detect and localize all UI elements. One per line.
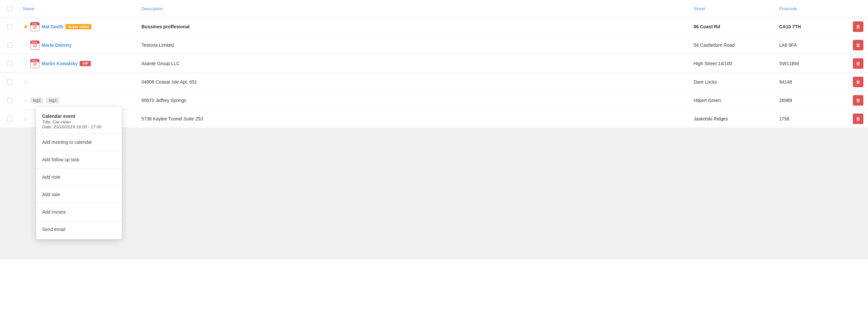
- action-cell: 🗑: [848, 37, 868, 53]
- star-icon[interactable]: ☆: [23, 41, 28, 49]
- street-value: Hilpert Green: [693, 98, 721, 103]
- header-name: Name: [20, 3, 138, 14]
- popup-item-send-email[interactable]: Send email: [36, 223, 122, 235]
- popup-divider: [36, 186, 122, 186]
- postcode-cell: 94148: [776, 77, 848, 87]
- row-checkbox-cell: [0, 40, 20, 50]
- street-value: High Street 14/100: [693, 61, 732, 66]
- select-all-checkbox[interactable]: [7, 6, 12, 11]
- name-cell: ☆ tag2 tag3: [20, 94, 138, 106]
- street-cell: Hilpert Green: [690, 95, 776, 105]
- row-checkbox-cell: [0, 77, 20, 87]
- action-cell: 🗑: [848, 92, 868, 108]
- description-cell: 5738 Kaylee Tunnel Suite 253: [138, 114, 690, 124]
- header-checkbox-cell: [0, 3, 20, 14]
- delete-button[interactable]: 🗑: [853, 40, 863, 50]
- postcode-cell: CA10 7TH: [776, 21, 848, 32]
- description-cell: 04808 Ceasar Isle Apt. 651: [138, 77, 690, 87]
- street-cell: High Street 14/100: [690, 58, 776, 69]
- popup-item-add-sale[interactable]: Add sale: [36, 188, 122, 201]
- delete-button[interactable]: 🗑: [853, 95, 863, 105]
- star-icon[interactable]: ☆: [23, 60, 28, 67]
- star-icon[interactable]: ☆: [23, 97, 28, 104]
- postcode-cell: 26989: [776, 95, 848, 105]
- context-menu-popup: Calendar event Title: Car clean Date: 23…: [36, 107, 122, 239]
- calendar-badge[interactable]: CAL 23: [30, 59, 39, 68]
- description-cell: Asante Group LLC: [138, 58, 690, 69]
- popup-header: Calendar event Title: Car clean Date: 23…: [36, 111, 122, 131]
- action-cell: 🗑: [848, 19, 868, 35]
- popup-event-title-value: Car clean: [53, 119, 71, 124]
- delete-button[interactable]: 🗑: [853, 21, 863, 32]
- star-icon[interactable]: ☆: [23, 78, 28, 86]
- popup-item-add-meeting[interactable]: Add meeting to calendar: [36, 136, 122, 148]
- header-postcode: Postcode: [776, 3, 848, 14]
- client-name[interactable]: Martin Kowalsky: [41, 61, 78, 66]
- popup-divider: [36, 168, 122, 169]
- client-badge: Super client: [65, 24, 91, 29]
- table-row: ☆ CAL 23 Marta Daimny Testoria Limited 5…: [0, 36, 868, 54]
- description-cell: Bussines proffesional: [138, 21, 690, 32]
- delete-button[interactable]: 🗑: [853, 114, 863, 124]
- table-row: ☆ CAL 23 Martin Kowalsky VIP Asante Grou…: [0, 54, 868, 73]
- popup-divider: [36, 133, 122, 133]
- name-cell: ☆: [20, 76, 138, 88]
- name-cell: ★ CAL 22 Mat Smith Super client: [20, 20, 138, 34]
- description-value: 5738 Kaylee Tunnel Suite 253: [142, 116, 203, 121]
- header-description: Description: [138, 3, 690, 14]
- row-checkbox[interactable]: [7, 98, 12, 103]
- table-header: Name Description Street Postcode: [0, 0, 868, 18]
- popup-event-title-label: Title:: [42, 119, 51, 124]
- client-name[interactable]: Mat Smith: [41, 24, 63, 29]
- street-value: 54 Castledore Road: [693, 42, 735, 48]
- delete-button[interactable]: 🗑: [853, 77, 863, 87]
- row-checkbox[interactable]: [7, 24, 12, 29]
- popup-title: Calendar event: [42, 114, 116, 119]
- postcode-value: CA10 7TH: [779, 24, 801, 29]
- popup-event-title: Title: Car clean: [42, 119, 116, 124]
- header-street: Street: [690, 3, 776, 14]
- client-name[interactable]: Marta Daimny: [41, 42, 72, 48]
- star-icon[interactable]: ★: [23, 23, 28, 30]
- popup-divider: [36, 203, 122, 203]
- street-value: Jaskolski Ridges: [693, 116, 728, 121]
- row-checkbox-cell: [0, 58, 20, 69]
- postcode-value: LA6 9FA: [779, 42, 797, 48]
- postcode-value: 94148: [779, 79, 792, 85]
- row-checkbox[interactable]: [7, 79, 12, 85]
- table-row: ☆ 04808 Ceasar Isle Apt. 651 Dare Locks …: [0, 73, 868, 91]
- row-checkbox[interactable]: [7, 61, 12, 66]
- street-value: 86 Coast Rd: [693, 24, 720, 29]
- postcode-cell: LA6 9FA: [776, 40, 848, 50]
- street-cell: Jaskolski Ridges: [690, 114, 776, 124]
- delete-button[interactable]: 🗑: [853, 58, 863, 69]
- popup-divider: [36, 220, 122, 221]
- description-cell: 69570 Jeffrey Springs: [138, 95, 690, 105]
- postcode-value: 1758: [779, 116, 789, 121]
- popup-item-add-invoice[interactable]: Add invoice: [36, 206, 122, 218]
- popup-item-add-note[interactable]: Add note: [36, 171, 122, 183]
- row-checkbox-cell: [0, 21, 20, 32]
- star-icon[interactable]: ☆: [23, 115, 28, 122]
- tag-item: tag3: [46, 97, 59, 103]
- action-cell: 🗑: [848, 74, 868, 90]
- popup-event-date-label: Date:: [42, 124, 52, 129]
- name-cell: ☆ CAL 23 Martin Kowalsky VIP: [20, 56, 138, 71]
- calendar-badge[interactable]: CAL 22: [30, 22, 39, 31]
- street-cell: 54 Castledore Road: [690, 40, 776, 50]
- popup-divider: [36, 151, 122, 151]
- action-cell: 🗑: [848, 56, 868, 71]
- calendar-badge[interactable]: CAL 23: [30, 40, 39, 50]
- table-row: ☆ 5738 Kaylee Tunnel Suite 253 Jaskolski…: [0, 110, 868, 128]
- tag-item: tag2: [30, 97, 43, 103]
- description-value: Asante Group LLC: [142, 61, 180, 66]
- name-cell: ☆ CAL 23 Marta Daimny: [20, 38, 138, 52]
- postcode-value: SW11BW: [779, 61, 799, 66]
- row-checkbox[interactable]: [7, 42, 12, 48]
- row-checkbox[interactable]: [7, 116, 12, 121]
- postcode-cell: 1758: [776, 114, 848, 124]
- table-row: ☆ tag2 tag3 69570 Jeffrey Springs Hilper…: [0, 91, 868, 110]
- popup-item-follow-up[interactable]: Add follow up task: [36, 154, 122, 165]
- description-cell: Testoria Limited: [138, 40, 690, 50]
- postcode-cell: SW11BW: [776, 58, 848, 69]
